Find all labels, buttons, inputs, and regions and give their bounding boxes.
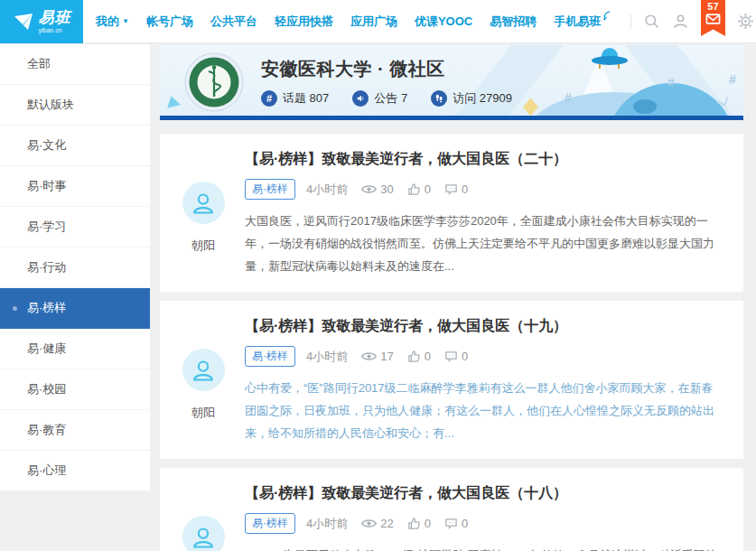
yiban-logo[interactable]: 易班 yiban.cn xyxy=(0,0,83,43)
sidebar-item-psychology[interactable]: 易·心理 xyxy=(0,451,150,491)
hash-decoration: # xyxy=(729,72,736,87)
view-count-value: 22 xyxy=(380,517,393,530)
post-category-badge[interactable]: 易·榜样 xyxy=(245,179,295,200)
university-crest xyxy=(184,52,244,112)
avatar[interactable] xyxy=(182,516,225,551)
nav-item-label: 公共平台 xyxy=(210,14,257,30)
comment-count: 0 xyxy=(444,517,468,530)
community-stats: #话题 807公告 7访问 27909 xyxy=(261,90,512,107)
post-author-column: 朝阳 xyxy=(176,149,230,277)
nav-item-yiban-jobs[interactable]: 易智招聘 xyxy=(490,14,537,30)
like-count-value: 0 xyxy=(425,182,431,196)
stat-topics: #话题 807 xyxy=(261,90,329,107)
like-count: 0 xyxy=(407,350,431,363)
like-icon xyxy=(407,350,421,363)
nav-item-mobile-yiban[interactable]: 手机易班 xyxy=(554,14,613,30)
nav-item-my[interactable]: 我的▼ xyxy=(96,14,129,30)
avatar[interactable] xyxy=(182,349,225,391)
comment-icon xyxy=(444,517,458,530)
hash-decoration: # xyxy=(565,90,572,105)
post-excerpt: 大国良医，逆风而行2017级临床医学李莎莎2020年，全面建成小康社会伟大目标实… xyxy=(245,210,722,277)
author-name[interactable]: 朝阳 xyxy=(191,405,215,421)
sidebar-item-health[interactable]: 易·健康 xyxy=(0,329,150,369)
sidebar-item-action[interactable]: 易·行动 xyxy=(0,247,150,288)
user-icon[interactable] xyxy=(672,13,689,30)
comment-count: 0 xyxy=(444,182,468,196)
sidebar-item-study[interactable]: 易·学习 xyxy=(0,207,150,247)
gear-icon[interactable] xyxy=(737,13,754,30)
like-icon xyxy=(407,182,421,196)
post-card: 朝阳【易·榜样】致敬最美逆行者，做大国良医（十九）易·榜样4小时前1700心中有… xyxy=(160,301,743,459)
post-category-badge[interactable]: 易·榜样 xyxy=(245,513,295,534)
author-name[interactable]: 朝阳 xyxy=(191,238,215,254)
sidebar-item-label: 易·校园 xyxy=(27,381,66,397)
post-card: 朝阳【易·榜样】致敬最美逆行者，做大国良医（二十）易·榜样4小时前3000大国良… xyxy=(160,134,743,292)
post-excerpt: 心中有爱，“医”路同行2017级二临麻醉学李雅莉有这么一群人他们舍小家而顾大家，… xyxy=(245,377,722,444)
sidebar-item-label: 易·心理 xyxy=(27,462,66,479)
post-content: 【易·榜样】致敬最美逆行者，做大国良医（十九）易·榜样4小时前1700心中有爱，… xyxy=(245,316,722,444)
sidebar-item-label: 易·榜样 xyxy=(27,300,66,316)
nav-item-label: 应用广场 xyxy=(350,14,397,30)
avatar-icon xyxy=(191,191,216,216)
nav-item-account-plaza[interactable]: 帐号广场 xyxy=(146,14,193,30)
logo-domain: yiban.cn xyxy=(39,27,71,33)
post-title[interactable]: 【易·榜样】致敬最美逆行者，做大国良医（十八） xyxy=(245,483,722,503)
view-count-value: 17 xyxy=(380,350,393,363)
footprints-icon xyxy=(431,90,447,107)
sidebar-item-current-affairs[interactable]: 易·时事 xyxy=(0,166,150,207)
comment-count-value: 0 xyxy=(462,182,468,196)
nav-item-label: 帐号广场 xyxy=(146,14,193,30)
eye-icon xyxy=(361,518,377,529)
post-title[interactable]: 【易·榜样】致敬最美逆行者，做大国良医（二十） xyxy=(245,149,722,169)
comment-icon xyxy=(444,350,458,363)
post-excerpt: 2020，为最可爱的人点赞2019级 护理学院 阮嘉怡2020年的第一个月就这样… xyxy=(245,544,722,551)
hash-decoration: # xyxy=(667,75,675,89)
like-icon xyxy=(407,517,421,530)
stat-label: 话题 807 xyxy=(283,90,329,107)
nav-item-app-plaza[interactable]: 应用广场 xyxy=(350,14,397,30)
logo-name: 易班 xyxy=(39,10,71,25)
post-meta: 易·榜样4小时前1700 xyxy=(245,346,722,367)
nav-item-public-platform[interactable]: 公共平台 xyxy=(210,14,257,30)
eye-icon xyxy=(361,350,377,362)
nav-item-yooc-courses[interactable]: 优课YOOC xyxy=(415,14,472,30)
sidebar-item-all[interactable]: 全部 xyxy=(0,44,150,85)
topbar: 易班 yiban.cn 我的▼帐号广场公共平台轻应用快搭应用广场优课YOOC易智… xyxy=(0,0,756,43)
sidebar-item-campus[interactable]: 易·校园 xyxy=(0,369,150,410)
comment-count-value: 0 xyxy=(462,350,468,363)
post-content: 【易·榜样】致敬最美逆行者，做大国良医（十八）易·榜样4小时前22002020，… xyxy=(245,483,722,551)
envelope-logo-icon xyxy=(13,11,34,33)
avatar-icon xyxy=(191,525,216,550)
sidebar-item-label: 易·教育 xyxy=(27,422,66,438)
avatar[interactable] xyxy=(182,182,225,224)
eye-icon xyxy=(361,183,377,195)
ufo-icon xyxy=(592,48,628,68)
caret-down-icon: ▼ xyxy=(122,17,129,25)
like-count-value: 0 xyxy=(425,517,431,530)
sidebar-item-label: 易·行动 xyxy=(27,259,66,276)
nav-item-light-app-builder[interactable]: 轻应用快搭 xyxy=(275,14,333,30)
post-category-badge[interactable]: 易·榜样 xyxy=(245,346,295,367)
stat-label: 访问 27909 xyxy=(453,90,512,107)
category-sidebar: 全部默认版块易·文化易·时事易·学习易·行动易·榜样易·健康易·校园易·教育易·… xyxy=(0,44,150,491)
stat-label: 公告 7 xyxy=(374,90,407,107)
sidebar-item-label: 易·学习 xyxy=(27,219,66,235)
view-count: 30 xyxy=(361,182,393,196)
sidebar-item-label: 默认版块 xyxy=(27,97,74,113)
sidebar-item-role-model[interactable]: 易·榜样 xyxy=(0,288,150,329)
mail-icon[interactable]: 57 xyxy=(701,0,725,36)
community-title: 安徽医科大学 · 微社区 xyxy=(261,57,445,81)
search-icon[interactable] xyxy=(643,13,660,30)
sidebar-item-education[interactable]: 易·教育 xyxy=(0,410,150,451)
main-content: # # # 安徽医科大学 · 微社区 #话题 807公告 7访问 27909 朝… xyxy=(160,45,743,551)
avatar-icon xyxy=(191,358,216,383)
post-title[interactable]: 【易·榜样】致敬最美逆行者，做大国良医（十九） xyxy=(245,316,722,336)
view-count-value: 30 xyxy=(380,182,393,196)
sidebar-item-label: 易·文化 xyxy=(27,137,66,154)
view-count: 17 xyxy=(361,350,393,363)
divider xyxy=(630,14,631,29)
signal-icon xyxy=(603,10,613,23)
sidebar-item-culture[interactable]: 易·文化 xyxy=(0,126,150,166)
sidebar-item-default-board[interactable]: 默认版块 xyxy=(0,85,150,126)
speaker-icon xyxy=(352,90,369,107)
